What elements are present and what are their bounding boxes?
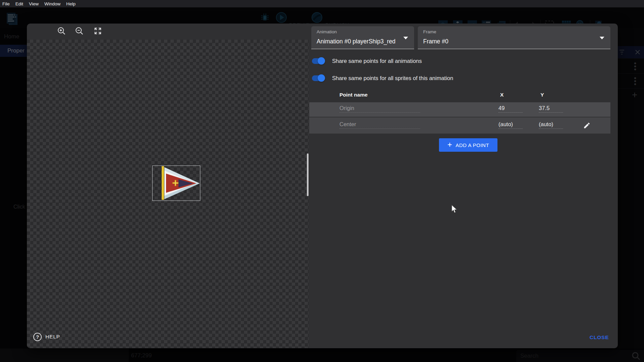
point-x-field[interactable]: 49 (498, 105, 523, 113)
menu-window[interactable]: Window (44, 1, 61, 6)
point-x-field: (auto) (498, 121, 523, 129)
animation-select[interactable]: Animation Animation #0 playerShip3_red (311, 26, 414, 49)
close-button[interactable]: CLOSE (590, 334, 609, 340)
player-ship-sprite (153, 166, 200, 201)
point-y-field[interactable]: 37.5 (539, 105, 563, 113)
frame-select-label: Frame (423, 29, 436, 34)
frame-select[interactable]: Frame Frame #0 (418, 26, 610, 49)
add-point-label: ADD A POINT (455, 142, 489, 148)
mouse-cursor (451, 205, 457, 215)
table-row-origin[interactable]: Origin 49 37.5 (309, 102, 610, 117)
toggle-label: Share same points for all sprites of thi… (332, 75, 453, 81)
edit-pencil-icon[interactable] (583, 122, 591, 129)
menu-bar: File Edit View Window Help (0, 0, 644, 7)
help-label: HELP (45, 334, 60, 340)
fit-to-view-icon[interactable] (93, 26, 103, 36)
plus-icon: + (447, 141, 452, 148)
menu-help[interactable]: Help (66, 1, 76, 6)
chevron-down-icon (403, 37, 408, 39)
panel-splitter-handle[interactable] (307, 153, 309, 196)
chevron-down-icon (600, 37, 604, 39)
menu-edit[interactable]: Edit (15, 1, 23, 6)
point-name-field: Center (339, 121, 420, 129)
frame-select-value: Frame #0 (423, 38, 448, 45)
animation-select-value: Animation #0 playerShip3_red (317, 38, 395, 45)
share-points-all-animations-toggle[interactable] (312, 58, 324, 64)
column-y: Y (540, 92, 544, 98)
animation-select-label: Animation (317, 29, 337, 34)
edit-points-dialog: Animation Animation #0 playerShip3_red F… (27, 24, 618, 348)
add-a-point-button[interactable]: + ADD A POINT (439, 138, 497, 152)
zoom-out-icon[interactable] (74, 26, 84, 36)
column-x: X (500, 92, 504, 98)
toggle-label: Share same points for all animations (332, 58, 422, 64)
point-y-field: (auto) (539, 121, 563, 129)
help-icon: ? (33, 333, 42, 341)
share-points-all-sprites-toggle[interactable] (312, 75, 324, 81)
zoom-in-icon[interactable] (56, 26, 67, 36)
table-row-center[interactable]: Center (auto) (auto) (309, 117, 610, 134)
column-point-name: Point name (339, 92, 368, 98)
menu-view[interactable]: View (29, 1, 39, 6)
point-name-field: Origin (339, 105, 420, 113)
help-button[interactable]: ? HELP (33, 332, 60, 342)
menu-file[interactable]: File (2, 1, 10, 6)
sprite-selection-frame[interactable] (152, 166, 200, 201)
points-table-header: Point name X Y (309, 89, 610, 102)
sprite-preview-canvas[interactable] (27, 40, 309, 348)
